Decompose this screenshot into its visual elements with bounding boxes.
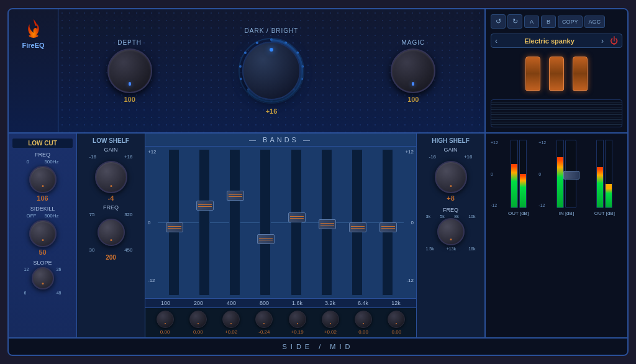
bottom-knob-0: 0.00 bbox=[150, 311, 179, 335]
sidekill-knob[interactable] bbox=[29, 220, 57, 247]
slope-knob[interactable] bbox=[32, 267, 54, 289]
bottom-knobs-row: 0.00 0.00 +0.02 -0.24 +0.19 bbox=[145, 307, 416, 337]
band-knob-2[interactable] bbox=[222, 311, 240, 328]
fader-track-0[interactable] bbox=[168, 149, 179, 296]
fader-handle-3[interactable] bbox=[257, 234, 275, 244]
fader-line-1 bbox=[198, 204, 212, 205]
hs-freq-1k5: 1.5k bbox=[426, 247, 434, 251]
out2-meter-label: OUT [dB] bbox=[594, 211, 615, 216]
fader-line-2b bbox=[229, 196, 242, 197]
agc-button[interactable]: AGC bbox=[584, 16, 606, 28]
copy-button[interactable]: COPY bbox=[558, 16, 583, 28]
in-fader-handle[interactable] bbox=[563, 171, 579, 180]
slope-mark-12: 12 bbox=[24, 267, 29, 271]
hs-freq-3k: 3k bbox=[426, 214, 430, 219]
in-meter-label: IN [dB] bbox=[559, 211, 574, 216]
ls-freq-min2: 30 bbox=[89, 247, 95, 253]
svg-point-13 bbox=[240, 78, 242, 80]
preset-b-button[interactable]: B bbox=[541, 16, 556, 28]
band-knob-value-1: 0.00 bbox=[193, 329, 203, 335]
depth-knob[interactable] bbox=[107, 48, 152, 93]
faders-area: +12 -12 0 +12 -12 0 bbox=[145, 147, 416, 298]
fader-track-5[interactable] bbox=[321, 149, 332, 296]
low-shelf-gain-knob[interactable] bbox=[95, 161, 127, 193]
high-shelf-freq-knob[interactable] bbox=[437, 218, 465, 245]
fader-track-6[interactable] bbox=[352, 149, 363, 296]
high-shelf-gain-value: +8 bbox=[447, 194, 455, 202]
hs-freq-5k: 5k bbox=[440, 214, 444, 219]
band-knob-0[interactable] bbox=[157, 311, 174, 328]
fader-line-1b bbox=[198, 206, 212, 207]
high-shelf-gain-range: -16 +16 bbox=[429, 154, 473, 160]
speaker-grill bbox=[491, 99, 622, 127]
redo-button[interactable]: ↻ bbox=[507, 14, 522, 29]
fader-track-1[interactable] bbox=[199, 149, 210, 296]
dark-bright-value: +16 bbox=[266, 107, 278, 115]
low-shelf-freq-knob[interactable] bbox=[98, 219, 125, 246]
freq-range: 0 500Hz bbox=[24, 159, 61, 165]
out-meter-bar-r bbox=[519, 140, 527, 208]
out2-meter-bar-r bbox=[605, 140, 612, 208]
low-shelf-freq-range2: 30 450 bbox=[89, 247, 133, 253]
fader-handle-4[interactable] bbox=[288, 212, 306, 222]
scale-mark-bot: -12 bbox=[491, 203, 498, 207]
tube-1 bbox=[525, 57, 540, 91]
freq-section-label: FREQ bbox=[35, 152, 50, 158]
band-knob-value-0: 0.00 bbox=[160, 329, 170, 335]
band-knob-value-5: +0.02 bbox=[324, 329, 337, 335]
bottom-knob-2: +0.02 bbox=[217, 311, 246, 335]
out2-meter-group: OUT [dB] bbox=[587, 140, 622, 331]
footer-label: SIDE / MID bbox=[282, 343, 353, 350]
power-button[interactable]: ⏻ bbox=[610, 36, 618, 45]
bottom-knob-1: 0.00 bbox=[183, 311, 212, 335]
band-knob-7[interactable] bbox=[388, 311, 405, 328]
db-zero-left: 0 bbox=[148, 220, 150, 225]
in-fader-track[interactable] bbox=[565, 140, 576, 208]
band-knob-3[interactable] bbox=[255, 311, 273, 328]
preset-prev-button[interactable]: ‹ bbox=[495, 37, 497, 45]
fader-handle-7[interactable] bbox=[379, 222, 397, 232]
fader-track-2[interactable] bbox=[229, 149, 240, 296]
preset-a-button[interactable]: A bbox=[524, 16, 539, 28]
magic-knob[interactable] bbox=[391, 48, 435, 93]
low-shelf-section: LOW SHELF GAIN -16 +16 -4 FREQ 75 320 bbox=[77, 134, 145, 337]
undo-button[interactable]: ↺ bbox=[491, 14, 506, 29]
band-knob-value-4: +0.19 bbox=[291, 329, 304, 335]
fader-handle-6[interactable] bbox=[349, 222, 366, 232]
fader-handle-1[interactable] bbox=[196, 201, 214, 211]
out-meter-group: OUT [dB] bbox=[501, 140, 536, 331]
dark-bright-knob[interactable] bbox=[237, 37, 306, 105]
fader-track-4[interactable] bbox=[291, 149, 302, 296]
fader-handle-0[interactable] bbox=[166, 222, 183, 232]
fader-track-7[interactable] bbox=[382, 149, 393, 296]
db-bottom-right: -12 bbox=[406, 278, 414, 283]
band-knob-5[interactable] bbox=[322, 311, 339, 328]
low-cut-label: LOW CUT bbox=[12, 139, 73, 148]
hs-gain-min: -16 bbox=[429, 154, 437, 160]
hs-freq-8k: 8k bbox=[454, 214, 458, 219]
bottom-knob-3: -0.24 bbox=[250, 311, 279, 335]
band-knob-6[interactable] bbox=[355, 311, 372, 328]
band-knob-1[interactable] bbox=[189, 311, 207, 328]
band-knob-4[interactable] bbox=[289, 311, 306, 328]
high-shelf-section: HIGH SHELF GAIN -16 +16 +8 FREQ 3k 5k bbox=[416, 134, 484, 337]
fader-handle-2[interactable] bbox=[227, 191, 244, 201]
bottom-knob-4: +0.19 bbox=[283, 311, 312, 335]
sidekill-min: OFF bbox=[27, 213, 37, 219]
freq-knob[interactable] bbox=[29, 166, 57, 193]
fader-track-3[interactable] bbox=[260, 149, 271, 296]
freq-group: FREQ 0 500Hz 106 bbox=[12, 152, 73, 202]
freq-min: 0 bbox=[27, 159, 29, 165]
svg-point-16 bbox=[256, 42, 258, 44]
freq-label-3: 800 bbox=[249, 300, 279, 306]
db-zero-right: 0 bbox=[411, 220, 414, 225]
tube-2 bbox=[549, 57, 564, 91]
sidekill-group: SIDEKILL OFF 500Hz 50 bbox=[12, 206, 73, 256]
preset-next-button[interactable]: › bbox=[601, 37, 604, 45]
high-shelf-gain-knob[interactable] bbox=[435, 161, 467, 193]
sidekill-label: SIDEKILL bbox=[30, 206, 55, 212]
fader-handle-5[interactable] bbox=[319, 219, 336, 229]
slope-outer-max: 48 bbox=[57, 291, 61, 295]
svg-point-14 bbox=[239, 65, 242, 68]
in-meter-fill bbox=[557, 157, 563, 207]
